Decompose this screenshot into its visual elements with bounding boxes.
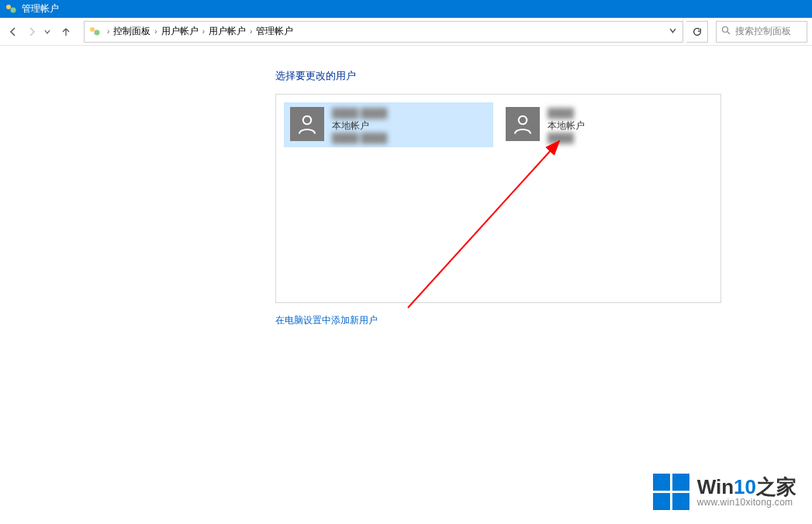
svg-point-4 [723, 27, 728, 33]
brand-prefix: Win [697, 475, 734, 498]
watermark-text: Win10之家 www.win10xitong.com [697, 476, 796, 508]
svg-point-6 [303, 116, 312, 125]
chevron-right-icon: › [107, 27, 109, 36]
svg-point-0 [6, 5, 11, 9]
brand-url: www.win10xitong.com [697, 498, 796, 508]
svg-point-7 [519, 116, 527, 125]
refresh-button[interactable] [686, 21, 708, 43]
window-title: 管理帐户 [22, 2, 59, 16]
windows-logo-icon [653, 474, 689, 510]
content-area: 选择要更改的用户 ████ ████ 本地帐户 ████ ████ [0, 46, 812, 327]
history-dropdown[interactable] [42, 29, 53, 35]
add-new-user-link[interactable]: 在电脑设置中添加新用户 [275, 314, 812, 327]
avatar-icon [290, 107, 324, 141]
user-info: ████ ████ 本地帐户 ████ ████ [332, 107, 387, 144]
address-bar[interactable]: › 控制面板 › 用户帐户 › 用户帐户 › 管理帐户 [84, 21, 683, 43]
account-type: 本地帐户 [332, 119, 387, 132]
toolbar: › 控制面板 › 用户帐户 › 用户帐户 › 管理帐户 搜索控制面板 [0, 18, 812, 46]
search-input[interactable]: 搜索控制面板 [716, 21, 807, 43]
svg-point-3 [95, 29, 100, 35]
account-type: 本地帐户 [548, 119, 585, 132]
watermark: Win10之家 www.win10xitong.com [653, 474, 796, 510]
account-extra: ████ ████ [332, 132, 387, 144]
app-icon [5, 3, 17, 16]
up-button[interactable] [57, 23, 74, 40]
title-bar: 管理帐户 [0, 0, 812, 18]
address-dropdown-icon[interactable] [666, 27, 679, 36]
brand-suffix: 之家 [756, 475, 796, 498]
breadcrumb-item[interactable]: 用户帐户 [209, 25, 246, 38]
chevron-right-icon: › [250, 27, 252, 36]
user-card[interactable]: ████ ████ 本地帐户 ████ ████ [284, 102, 493, 147]
brand-accent: 10 [734, 475, 756, 498]
search-icon [721, 26, 731, 37]
annotation-arrow [392, 133, 586, 319]
chevron-right-icon: › [202, 27, 205, 36]
breadcrumb-item[interactable]: 用户帐户 [161, 25, 199, 38]
svg-point-1 [11, 7, 16, 12]
forward-button[interactable] [23, 23, 40, 40]
svg-line-5 [727, 32, 730, 34]
control-panel-icon [88, 25, 102, 39]
breadcrumb-item[interactable]: 管理帐户 [256, 25, 293, 38]
account-extra: ████ [548, 132, 585, 144]
search-placeholder: 搜索控制面板 [735, 25, 791, 38]
user-list-box: ████ ████ 本地帐户 ████ ████ ████ 本地帐户 ████ [275, 94, 721, 303]
user-card[interactable]: ████ 本地帐户 ████ [499, 102, 709, 147]
chevron-right-icon: › [154, 27, 157, 36]
svg-point-2 [90, 27, 95, 32]
back-button[interactable] [5, 23, 22, 40]
user-name: ████ [548, 107, 585, 119]
user-name: ████ ████ [332, 107, 387, 119]
avatar-icon [506, 107, 540, 141]
breadcrumb-item[interactable]: 控制面板 [113, 25, 150, 38]
page-heading: 选择要更改的用户 [275, 69, 812, 83]
user-info: ████ 本地帐户 ████ [548, 107, 585, 144]
svg-line-9 [408, 141, 559, 308]
